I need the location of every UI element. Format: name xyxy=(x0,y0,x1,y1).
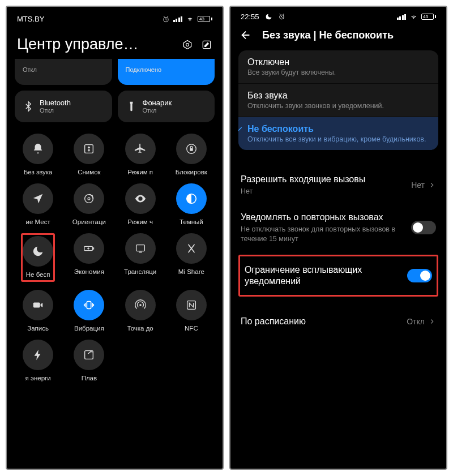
flashlight-tile[interactable]: ФонарикОткл xyxy=(118,91,215,122)
toggle-rotation[interactable]: Ориентаци xyxy=(63,178,114,228)
svg-rect-15 xyxy=(33,302,40,307)
options-card: ОтключенВсе звуки будут включены.Без зву… xyxy=(238,50,438,150)
toggle-record[interactable]: Запись xyxy=(12,284,63,334)
eye-icon[interactable] xyxy=(125,183,156,214)
energy-icon[interactable] xyxy=(23,340,53,370)
toggle-hotspot[interactable]: Точка до xyxy=(115,284,166,334)
toggle-label: Экономия xyxy=(74,268,104,275)
toggle-dark[interactable]: Темный xyxy=(166,178,217,228)
nfc-icon[interactable] xyxy=(176,290,207,320)
switch-repeat-calls[interactable] xyxy=(411,221,436,234)
battery-icon[interactable] xyxy=(74,233,104,264)
toggle-energy[interactable]: я энерги xyxy=(12,334,63,384)
setting-schedule[interactable]: По расписанию Откл xyxy=(238,308,438,335)
status-bar: 22:55 43 xyxy=(230,7,446,24)
highlight-dnd: Не бесп xyxy=(21,233,55,282)
cast-icon[interactable] xyxy=(125,233,156,264)
edit-icon[interactable] xyxy=(201,39,212,50)
settings-icon[interactable] xyxy=(182,39,193,50)
bluetooth-tile[interactable]: BluetoothОткл xyxy=(15,91,112,122)
toggle-label: Режим ч xyxy=(127,218,153,225)
toggle-label: Снимок xyxy=(78,169,100,175)
svg-rect-8 xyxy=(88,198,91,200)
setting-popup-limit[interactable]: Ограничение всплывающих уведомлений xyxy=(242,256,434,295)
toggle-dnd[interactable]: Не бесп xyxy=(12,228,63,284)
location-icon[interactable] xyxy=(23,183,53,214)
toggle-label: я энерги xyxy=(25,375,51,381)
wifi-tile[interactable]: Подключено xyxy=(118,59,215,85)
toggle-location[interactable]: ие Мест xyxy=(12,178,63,228)
svg-rect-13 xyxy=(136,245,144,251)
bluetooth-icon xyxy=(23,101,34,112)
toggle-eye[interactable]: Режим ч xyxy=(115,178,166,228)
rotation-icon[interactable] xyxy=(74,183,104,214)
option-item[interactable]: Без звукаОтключить звуки звонков и уведо… xyxy=(238,83,438,117)
header-row: Центр управле… xyxy=(7,28,223,59)
svg-rect-6 xyxy=(190,148,193,151)
toggle-label: Ориентаци xyxy=(72,218,106,225)
wifi-icon xyxy=(186,15,194,23)
flashlight-icon xyxy=(126,101,137,112)
toggle-label: Без звука xyxy=(24,169,53,175)
switch-popup-limit[interactable] xyxy=(407,269,432,282)
wide-tiles-row1: Откл Подключено xyxy=(7,59,223,85)
chevron-right-icon xyxy=(428,318,436,325)
toggle-label: ие Мест xyxy=(26,218,50,225)
setting-value: Откл xyxy=(407,317,436,326)
dnd-icon[interactable] xyxy=(23,236,53,267)
toggle-label: Блокировк xyxy=(176,169,207,175)
page-title: Центр управле… xyxy=(17,36,138,53)
toggle-label: Точка до xyxy=(127,325,153,332)
toggle-label: Запись xyxy=(27,325,49,332)
toggle-label: Вибрация xyxy=(74,325,104,332)
toggle-mute[interactable]: Без звука xyxy=(12,128,63,178)
toggle-nfc[interactable]: NFC xyxy=(166,284,217,334)
svg-point-2 xyxy=(186,43,189,46)
screenshot-icon[interactable] xyxy=(74,134,104,164)
dark-icon[interactable] xyxy=(176,183,207,214)
svg-rect-4 xyxy=(85,145,93,153)
phone-dnd-settings: 22:55 43 Без звука | Не беспокоить Отклю… xyxy=(229,6,447,470)
battery-icon: 43 xyxy=(421,14,436,20)
moon-icon xyxy=(265,13,272,20)
svg-rect-12 xyxy=(93,247,95,250)
option-item[interactable]: ОтключенВсе звуки будут включены. xyxy=(238,50,438,83)
signal-icon xyxy=(397,14,407,20)
highlight-popup-setting: Ограничение всплывающих уведомлений xyxy=(238,255,438,297)
toggle-cast[interactable]: Трансляци xyxy=(115,228,166,284)
float-icon[interactable] xyxy=(74,340,104,370)
toggle-float[interactable]: Плав xyxy=(63,334,114,384)
mobile-data-tile[interactable]: Откл xyxy=(15,59,112,85)
svg-marker-1 xyxy=(183,40,191,49)
svg-point-9 xyxy=(139,198,142,200)
toggle-mishare[interactable]: Mi Share xyxy=(166,228,217,284)
option-item[interactable]: Не беспокоитьОтключить все звуки и вибра… xyxy=(238,117,438,150)
toggle-label: Плав xyxy=(82,375,97,381)
alarm-icon xyxy=(162,15,170,23)
airplane-icon[interactable] xyxy=(125,134,156,164)
toggle-vibrate[interactable]: Вибрация xyxy=(63,284,114,334)
signal-icon xyxy=(173,16,183,22)
vibrate-icon[interactable] xyxy=(74,290,104,320)
setting-value: Нет xyxy=(411,181,436,190)
toggle-lock[interactable]: Блокировк xyxy=(166,128,217,178)
setting-repeat-calls[interactable]: Уведомлять о повторных вызовах Не отключ… xyxy=(238,204,438,251)
phone-control-center: MTS.BY 43 Центр управле… Откл Подключено… xyxy=(6,6,224,470)
record-icon[interactable] xyxy=(23,290,53,320)
lock-icon[interactable] xyxy=(176,134,207,164)
toggle-screenshot[interactable]: Снимок xyxy=(63,128,114,178)
toggle-label: Режим п xyxy=(127,169,153,175)
toggle-label: Mi Share xyxy=(178,268,204,275)
toggle-label: Не бесп xyxy=(23,271,53,278)
svg-rect-14 xyxy=(139,252,142,253)
toggle-airplane[interactable]: Режим п xyxy=(115,128,166,178)
wide-tiles-row2: BluetoothОткл ФонарикОткл xyxy=(7,91,223,122)
back-icon[interactable] xyxy=(240,29,252,41)
page-title: Без звука | Не беспокоить xyxy=(262,29,394,41)
settings-list: Разрешить входящие вызовы Нет Нет Уведом… xyxy=(238,166,438,335)
setting-incoming-calls[interactable]: Разрешить входящие вызовы Нет Нет xyxy=(238,166,438,204)
mishare-icon[interactable] xyxy=(176,233,207,264)
hotspot-icon[interactable] xyxy=(125,290,156,320)
toggle-battery[interactable]: Экономия xyxy=(63,228,114,284)
mute-icon[interactable] xyxy=(23,134,53,164)
